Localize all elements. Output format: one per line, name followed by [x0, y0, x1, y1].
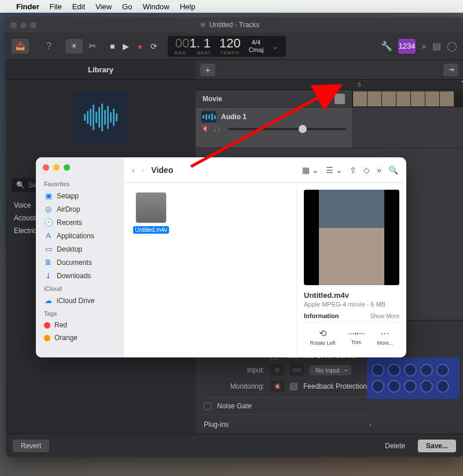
audio-track-icon	[201, 111, 216, 123]
chevron-right-icon: ›	[369, 420, 372, 429]
window-controls[interactable]	[36, 163, 124, 178]
show-more-link[interactable]: Show More	[370, 313, 399, 319]
lcd-display[interactable]: 001. 1BAR BEAT 120TEMPO 4/4Cmaj ⌄	[168, 36, 286, 57]
folder-title: Video	[151, 165, 173, 175]
back-button[interactable]: ‹	[132, 165, 135, 175]
menu-edit[interactable]: Edit	[72, 2, 85, 11]
library-toggle-button[interactable]: 📥	[12, 39, 29, 54]
filter-button[interactable]: ⇥	[443, 64, 458, 76]
sidebar-section: iCloud	[36, 282, 124, 294]
file-item[interactable]: Untitled.m4v	[133, 192, 169, 234]
notes-icon[interactable]: ▤	[432, 40, 441, 51]
preview-pane: Untitled.m4v Apple MPEG-4 movie - 6 MB I…	[296, 183, 406, 357]
applications-icon: A	[44, 231, 53, 240]
finder-window: Favorites ▣Setapp ◎AirDrop 🕘Recents AApp…	[36, 157, 406, 357]
tags-button[interactable]: ◇	[363, 165, 370, 175]
loop-browser-icon[interactable]: ◯	[447, 40, 457, 51]
stop-button[interactable]: ■	[110, 42, 115, 51]
overflow-icon[interactable]: »	[421, 41, 427, 51]
sidebar-tag-orange[interactable]: Orange	[36, 331, 124, 344]
finder-toolbar: ‹ › Video ▦ ⌄ ☰ ⌄ ⇧ ◇ » 🔍	[124, 157, 406, 183]
tag-dot	[44, 335, 50, 341]
downloads-icon: ⤓	[44, 271, 53, 280]
trim-button[interactable]: ⟞⟝Trim	[348, 328, 365, 346]
cycle-button[interactable]: ⟳	[150, 42, 157, 51]
shield-icon: ⛨	[200, 21, 207, 28]
window-controls[interactable]	[10, 22, 36, 28]
help-icon[interactable]: ?	[46, 41, 52, 51]
waveform-icon	[84, 104, 117, 131]
documents-icon: 🗎	[44, 258, 53, 267]
amp-panel[interactable]	[367, 357, 460, 399]
sidebar-item-airdrop[interactable]: ◎AirDrop	[36, 202, 124, 216]
more-icon: ⋯	[377, 328, 393, 339]
sidebar-item-desktop[interactable]: ▭Desktop	[36, 242, 124, 256]
share-button[interactable]: ⇧	[350, 165, 357, 175]
library-patch-icon	[72, 91, 130, 143]
input-mono-button[interactable]: O	[270, 364, 284, 376]
headphones-icon[interactable]: 🎧	[213, 125, 221, 132]
movie-thumbnail	[335, 94, 345, 104]
menu-go[interactable]: Go	[122, 2, 132, 11]
delete-button[interactable]: Delete	[377, 440, 413, 452]
sidebar-item-downloads[interactable]: ⤓Downloads	[36, 269, 124, 282]
group-button[interactable]: ☰ ⌄	[326, 165, 343, 175]
menu-help[interactable]: Help	[180, 2, 196, 11]
tag-dot	[44, 322, 50, 329]
transport-controls: ■ ▶ ● ⟳	[110, 42, 157, 51]
sidebar-item-recents[interactable]: 🕘Recents	[36, 216, 124, 229]
desktop-icon: ▭	[44, 245, 53, 253]
timeline-ruler[interactable]: 5	[196, 80, 463, 90]
forward-button[interactable]: ›	[142, 165, 145, 175]
record-button[interactable]: ●	[137, 42, 142, 51]
scissors-icon[interactable]: ✂	[89, 40, 96, 51]
menu-file[interactable]: File	[50, 2, 62, 11]
cloud-icon: ☁	[44, 296, 53, 305]
chevron-down-icon[interactable]: ⌄	[271, 40, 279, 51]
file-grid[interactable]: Untitled.m4v	[124, 183, 296, 357]
sidebar-section: Favorites	[36, 178, 124, 189]
audio-track-row[interactable]: Audio 1 🔇 🎧	[196, 108, 463, 148]
input-stereo-button[interactable]: OO	[290, 364, 304, 376]
mute-button[interactable]: 🔇	[201, 125, 210, 132]
movie-track-row[interactable]: Movie	[196, 90, 463, 108]
menu-window[interactable]: Window	[142, 2, 169, 11]
app-name[interactable]: Finder	[16, 2, 39, 11]
library-title: Library	[6, 60, 196, 80]
sidebar-item-documents[interactable]: 🗎Documents	[36, 256, 124, 269]
airdrop-icon: ◎	[44, 205, 53, 213]
file-thumbnail	[135, 192, 167, 223]
feedback-checkbox[interactable]	[290, 383, 297, 390]
clock-icon: 🕘	[44, 218, 53, 227]
movie-clip[interactable]	[352, 91, 463, 107]
noise-gate-checkbox[interactable]	[204, 403, 211, 410]
count-in-button[interactable]: 1234	[398, 39, 416, 54]
tool-icon[interactable]: 🔧	[381, 40, 392, 51]
gb-titlebar: ⛨ Untitled - Tracks	[6, 17, 463, 32]
overflow-icon[interactable]: »	[377, 165, 381, 175]
sidebar-tag-red[interactable]: Red	[36, 319, 124, 331]
search-icon[interactable]: 🔍	[388, 165, 398, 175]
sidebar-section: Tags	[36, 307, 124, 319]
input-select[interactable]: No Input	[310, 365, 351, 375]
gb-footer: Revert Delete Save...	[6, 434, 463, 457]
monitoring-toggle[interactable]: 🔇	[270, 381, 284, 392]
window-title: Untitled - Tracks	[210, 21, 260, 29]
finder-sidebar: Favorites ▣Setapp ◎AirDrop 🕘Recents AApp…	[36, 157, 124, 357]
sidebar-item-icloud[interactable]: ☁iCloud Drive	[36, 294, 124, 307]
volume-slider[interactable]	[228, 128, 346, 130]
sidebar-item-setapp[interactable]: ▣Setapp	[36, 189, 124, 202]
revert-button[interactable]: Revert	[13, 440, 49, 452]
menu-view[interactable]: View	[95, 2, 112, 11]
play-button[interactable]: ▶	[123, 42, 129, 51]
save-button[interactable]: Save...	[418, 440, 456, 452]
gb-toolbar: 📥 ? ☀ ✂ ■ ▶ ● ⟳ 001. 1BAR BEAT 120TEMPO …	[6, 32, 463, 60]
tuner-button[interactable]: ☀	[65, 39, 83, 54]
view-icons-button[interactable]: ▦ ⌄	[302, 165, 319, 175]
file-name-label: Untitled.m4v	[133, 226, 169, 234]
sidebar-item-applications[interactable]: AApplications	[36, 229, 124, 242]
rotate-left-button[interactable]: ⟲Rotate Left	[310, 328, 335, 346]
add-track-button[interactable]: +	[200, 64, 215, 76]
more-button[interactable]: ⋯More...	[377, 328, 393, 346]
plugins-row[interactable]: Plug-ins›	[204, 415, 372, 429]
